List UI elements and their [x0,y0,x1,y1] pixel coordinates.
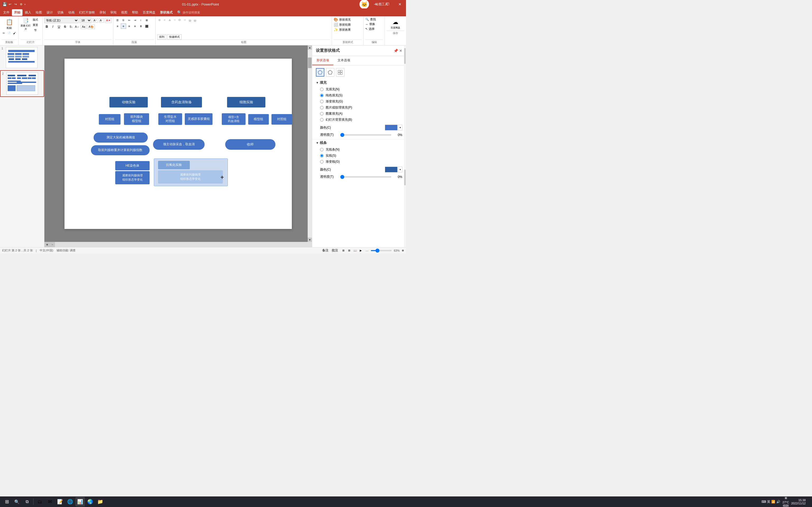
solid-line-radio[interactable] [320,154,323,157]
format-painter-button[interactable]: 🖌 [12,31,17,35]
menu-review[interactable]: 审阅 [108,9,119,16]
line-transparency-slider[interactable] [340,176,392,177]
panel-controls[interactable]: 📌 ✕ [394,49,402,53]
layout-button[interactable]: 版式 [32,17,39,22]
no-fill-radio[interactable] [320,88,323,91]
menu-home[interactable]: 开始 [12,9,22,16]
increase-font-button[interactable]: A⁺ [93,18,98,23]
shape-btn-8[interactable]: { } [193,18,197,23]
tab-text-options[interactable]: 文本选项 [333,56,354,65]
redo-button[interactable]: ↪ [13,2,18,7]
strikethrough-button[interactable]: S [62,24,68,29]
font-name-select[interactable]: 等线 (正文) [44,17,79,23]
window-controls[interactable]: ─ ❐ ✕ [369,0,406,8]
bold-button[interactable]: B [44,24,49,29]
select-button[interactable]: ↖ 选择 [365,27,383,31]
scroll-up-button[interactable]: ▲ [308,45,312,50]
font-size-select[interactable]: 18 [80,17,92,23]
decrease-indent-button[interactable]: ⇐ [126,17,132,23]
shape-icon-grid[interactable] [336,68,344,76]
slide-thumb-2[interactable]: 2 [0,70,44,97]
decrease-font-button[interactable]: A⁻ [99,18,104,23]
line-color-dropdown[interactable]: ▼ [398,167,402,172]
spacing-button[interactable]: A↔ [74,24,80,29]
undo-button[interactable]: ↩ [8,2,12,7]
no-line-option[interactable]: 无线条(N) [320,147,402,152]
tab-shape-options[interactable]: 形状选项 [312,56,333,65]
shape-blood-collection[interactable]: 颈主动脉采血，取血清 [153,139,205,150]
save-button[interactable]: 💾 [2,2,7,7]
align-left-button[interactable]: ≡ [115,23,120,29]
shape-pain-threshold[interactable]: 测定大鼠机械痛阈值 [94,132,148,143]
underline-button[interactable]: U [56,24,62,29]
notes-button[interactable]: 批注 [331,248,339,253]
color-picker-area[interactable]: ▼ [385,125,402,130]
shape-tissue-observation-left[interactable]: 观察前列腺病理组织形态学变化 [115,171,150,184]
slide-fill-radio[interactable] [320,118,323,121]
close-button[interactable]: ✕ [394,0,406,8]
bullets-button[interactable]: ☰ [115,17,120,23]
pattern-fill-option[interactable]: 图案填充(A) [320,111,402,116]
menu-slideshow[interactable]: 幻灯片放映 [77,9,97,16]
shape-antioxidant[interactable]: 抗氧化实验 [158,161,190,169]
reset-button[interactable]: 重置 [32,23,39,27]
clear-format-button[interactable]: A✕ [105,18,111,23]
no-line-radio[interactable] [320,148,323,151]
menu-file[interactable]: 文件 [1,9,12,16]
shape-sample-collection[interactable]: 收样 [225,139,275,150]
save-to-baidu-button[interactable]: ☁ 百度网盘 [389,17,402,31]
fill-color-box[interactable] [385,125,398,130]
view-arrows-button[interactable]: ↔ [50,242,55,247]
shape-effect-button[interactable]: ✨ 形状效果 [334,27,362,32]
fill-section-header[interactable]: ▼ 填充 [316,80,402,85]
shape-prostatitis-model[interactable]: 前列腺炎模型组 [124,113,149,125]
panel-scrollbar-thumb2[interactable] [404,170,406,185]
menu-insert[interactable]: 插入 [23,9,33,16]
shape-outline-button[interactable]: ⬜ 形状轮廓 [334,22,362,27]
shape-model-serum[interactable]: 模型+含药血清组 [222,113,246,125]
slide-canvas[interactable]: 动物实验 含药血清制备 细胞实验 对照组 前列腺炎模型组 生理盐水对照组 灵感茯… [64,59,292,229]
text-box-button[interactable]: ⬛ [144,23,149,29]
reading-view-button[interactable]: 📖 [352,248,358,253]
gradient-line-option[interactable]: 渐变线(G) [320,160,402,164]
line-spacing-button[interactable]: ↕ [138,17,144,23]
slide-sorter-button[interactable]: ⊞ [347,248,352,253]
paste-button[interactable]: 📋 粘贴 [3,17,15,31]
minimize-button[interactable]: ─ [369,0,382,8]
shape-tissue-observation-right[interactable]: 观察前列腺病理组织形态学变化 [158,170,223,183]
menu-record[interactable]: 录制 [97,9,108,16]
shadow-button[interactable]: S↓ [68,24,74,29]
quick-access-toolbar[interactable]: 💾 ↩ ↪ ⚙ ▾ [2,2,26,7]
font-color-button[interactable]: A🎨 [87,24,95,29]
pattern-fill-radio[interactable] [320,112,323,115]
shape-icon-pentagon[interactable] [326,68,335,76]
restore-button[interactable]: ❐ [382,0,394,8]
find-button[interactable]: 🔍 查找 [365,17,383,21]
shape-animal-experiment[interactable]: 动物实验 [109,97,148,108]
section-button[interactable]: 节 [32,28,39,33]
panel-scrollbar[interactable] [404,45,406,247]
normal-view-button[interactable]: ⊞ [341,248,346,253]
zoom-slider[interactable] [370,250,392,251]
changecase-button[interactable]: Aa [81,24,87,29]
columns-button[interactable]: ⊞ [144,17,149,23]
shape-btn-1[interactable]: ◻ [157,17,162,22]
align-right-button[interactable]: ≡ [126,23,132,29]
menu-draw[interactable]: 绘图 [34,9,44,16]
line-color-box[interactable] [385,167,398,172]
copy-button[interactable]: 📄 [6,31,12,35]
align-center-button[interactable]: ≡ [121,23,126,29]
zoom-in-button[interactable]: ⊕ [402,249,404,252]
line-color-picker-area[interactable]: ▼ [385,167,402,172]
shape-capsule-group[interactable]: 灵感茯苓胶囊组 [185,113,212,125]
quick-styles-button[interactable]: 快速样式 [167,34,182,40]
panel-close-button[interactable]: ✕ [399,49,402,53]
shape-icon-circle[interactable] [316,68,324,76]
menu-animations[interactable]: 动画 [66,9,77,16]
search-bar[interactable]: 🔍 操作说明搜索 [177,10,200,14]
solid-fill-option[interactable]: 纯色填充(S) [320,93,402,98]
slide-fill-option[interactable]: 幻灯片背景填充(B) [320,117,402,122]
scroll-down-button[interactable]: ▼ [308,238,312,242]
shape-btn-7[interactable]: { } [188,18,192,23]
cut-button[interactable]: ✂ [2,31,6,35]
